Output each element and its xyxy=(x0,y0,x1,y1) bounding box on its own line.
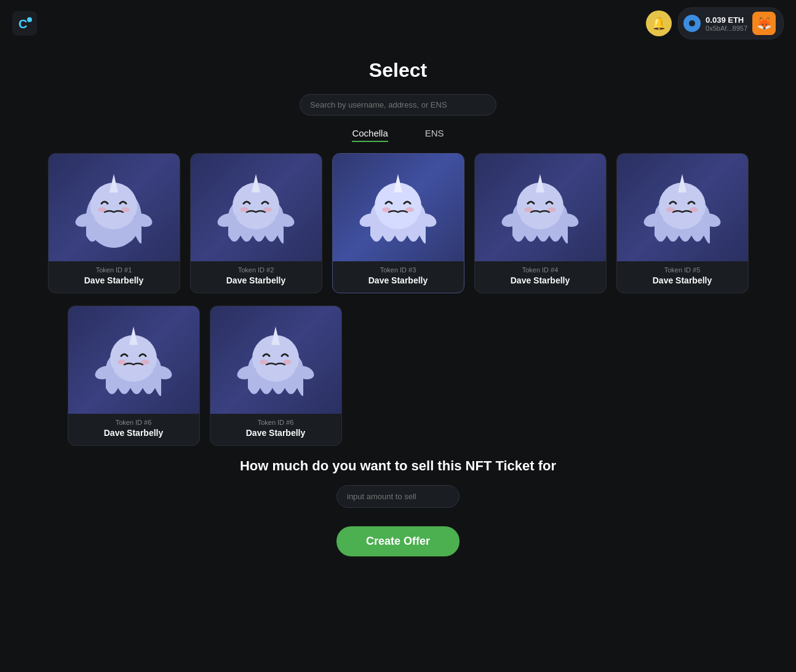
svg-point-12 xyxy=(240,207,249,212)
nft-image-2 xyxy=(191,154,322,261)
svg-point-31 xyxy=(690,207,698,212)
svg-point-2 xyxy=(27,17,32,22)
tab-ens[interactable]: ENS xyxy=(425,128,444,142)
wallet-button[interactable]: 0.039 ETH 0x5bAf...8957 🦊 xyxy=(678,7,784,39)
sell-section: How much do you want to sell this NFT Ti… xyxy=(240,458,556,556)
tabs: Cochella ENS xyxy=(352,128,444,142)
nft-image-7 xyxy=(210,306,341,414)
svg-point-42 xyxy=(260,360,268,365)
svg-point-19 xyxy=(405,207,414,212)
nft-image-6 xyxy=(68,306,199,414)
nft-image-3 xyxy=(333,154,464,261)
svg-point-43 xyxy=(283,360,292,365)
token-name-4: Dave Starbelly xyxy=(482,275,599,285)
token-id-1: Token ID #1 xyxy=(56,266,172,274)
wallet-info: 0.039 ETH 0x5bAf...8957 xyxy=(706,15,747,32)
token-name-7: Dave Starbelly xyxy=(218,428,334,438)
bell-icon: 🔔 xyxy=(651,16,667,31)
sell-title: How much do you want to sell this NFT Ti… xyxy=(240,458,556,474)
nft-card-4[interactable]: Token ID #4 Dave Starbelly xyxy=(474,153,607,293)
nft-card-info-4: Token ID #4 Dave Starbelly xyxy=(475,261,606,293)
token-id-7: Token ID #6 xyxy=(218,419,334,426)
token-id-5: Token ID #5 xyxy=(624,266,741,274)
svg-point-25 xyxy=(547,207,556,212)
nft-card-info-7: Token ID #6 Dave Starbelly xyxy=(210,414,341,445)
main-content: Select Cochella ENS xyxy=(0,47,796,581)
nft-card-info-2: Token ID #2 Dave Starbelly xyxy=(191,261,322,293)
search-input[interactable] xyxy=(300,94,496,116)
wallet-address: 0x5bAf...8957 xyxy=(706,25,747,32)
nft-card-7[interactable]: Token ID #6 Dave Starbelly xyxy=(210,306,342,446)
svg-point-13 xyxy=(263,207,272,212)
nft-image-4 xyxy=(475,154,606,261)
nft-card-6[interactable]: Token ID #6 Dave Starbelly xyxy=(68,306,200,446)
token-id-3: Token ID #3 xyxy=(340,266,456,274)
metamask-icon: 🦊 xyxy=(752,12,776,35)
create-offer-button[interactable]: Create Offer xyxy=(336,526,460,556)
logo-icon: C xyxy=(12,11,37,36)
svg-point-36 xyxy=(117,360,126,365)
token-name-3: Dave Starbelly xyxy=(340,275,456,285)
page-title: Select xyxy=(369,59,427,82)
token-id-4: Token ID #4 xyxy=(482,266,599,274)
token-name-1: Dave Starbelly xyxy=(56,275,172,285)
svg-point-18 xyxy=(382,207,391,212)
svg-point-37 xyxy=(141,360,149,365)
wallet-eth-amount: 0.039 ETH xyxy=(706,15,744,25)
token-name-5: Dave Starbelly xyxy=(624,275,741,285)
nft-card-3[interactable]: Token ID #3 Dave Starbelly xyxy=(332,153,464,293)
token-id-6: Token ID #6 xyxy=(76,419,192,426)
token-name-2: Dave Starbelly xyxy=(198,275,314,285)
nft-grid-row1: Token ID #1 Dave Starbelly xyxy=(48,153,749,293)
nft-card-2[interactable]: Token ID #2 Dave Starbelly xyxy=(190,153,322,293)
svg-text:C: C xyxy=(18,17,27,31)
notifications-button[interactable]: 🔔 xyxy=(646,10,672,36)
nft-card-info-1: Token ID #1 Dave Starbelly xyxy=(49,261,180,293)
svg-point-7 xyxy=(121,207,130,212)
nft-card-info-6: Token ID #6 Dave Starbelly xyxy=(68,414,199,445)
amount-input[interactable] xyxy=(336,485,460,508)
token-name-6: Dave Starbelly xyxy=(76,428,192,438)
nft-card-5[interactable]: Token ID #5 Dave Starbelly xyxy=(616,153,749,293)
nft-image-5 xyxy=(617,154,748,261)
nft-grid-row2: Token ID #6 Dave Starbelly xyxy=(68,306,342,446)
svg-point-30 xyxy=(666,207,675,212)
token-id-2: Token ID #2 xyxy=(198,266,314,274)
nft-card-1[interactable]: Token ID #1 Dave Starbelly xyxy=(48,153,180,293)
nft-card-info-5: Token ID #5 Dave Starbelly xyxy=(617,261,748,293)
svg-point-6 xyxy=(98,207,106,212)
search-container xyxy=(300,94,496,116)
header: C 🔔 0.039 ETH 0x5bAf...8957 🦊 xyxy=(0,0,796,47)
wallet-icon xyxy=(683,15,701,32)
logo: C xyxy=(12,11,37,36)
header-right: 🔔 0.039 ETH 0x5bAf...8957 🦊 xyxy=(646,7,784,39)
tab-cochella[interactable]: Cochella xyxy=(352,128,388,142)
svg-point-24 xyxy=(524,207,533,212)
nft-image-1 xyxy=(49,154,180,261)
nft-card-info-3: Token ID #3 Dave Starbelly xyxy=(333,261,464,293)
